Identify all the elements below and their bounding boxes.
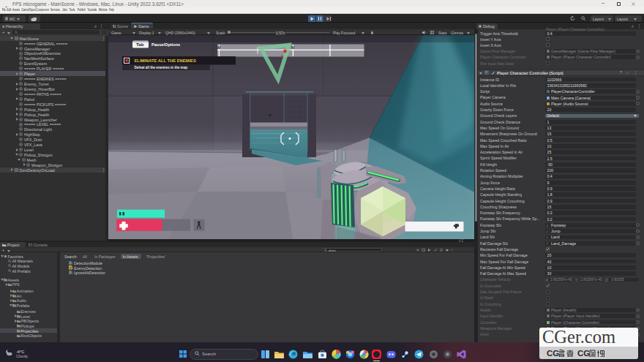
svg-text:Defeat all the enemies in the: Defeat all the enemies in the map bbox=[135, 66, 188, 69]
svg-text:Tab: Tab bbox=[136, 42, 144, 47]
svg-text:#: # bbox=[70, 262, 71, 265]
svg-text:ELIMINATE ALL THE ENEMIES: ELIMINATE ALL THE ENEMIES bbox=[135, 59, 196, 63]
svg-text:N: N bbox=[291, 45, 294, 50]
svg-text:Pause/Options: Pause/Options bbox=[151, 42, 180, 47]
svg-text:#: # bbox=[70, 271, 71, 274]
svg-text:W: W bbox=[217, 45, 221, 50]
svg-text:¼: ¼ bbox=[451, 249, 454, 252]
